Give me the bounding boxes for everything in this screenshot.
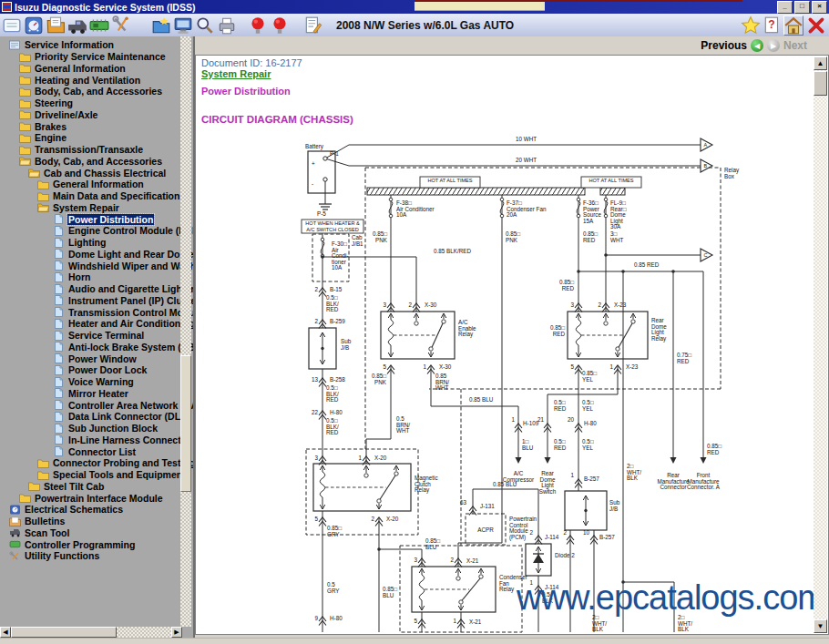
tree-item[interactable]: Main Data and Specifications: [0, 190, 193, 202]
previous-button[interactable]: ◀: [751, 39, 763, 52]
tree-item[interactable]: Utility Functions: [0, 550, 193, 562]
tree-item[interactable]: Engine: [0, 132, 193, 144]
maximize-button[interactable]: □: [794, 1, 810, 14]
svg-text:J-131: J-131: [480, 503, 495, 509]
tree-item[interactable]: General Information: [0, 63, 193, 75]
tree-item[interactable]: Anti-lock Brake System (ABS): [0, 342, 193, 353]
svg-text:0.5GRY: 0.5GRY: [327, 581, 340, 594]
tree-item[interactable]: Body, Cab, and Accessories: [0, 156, 193, 168]
tree-item[interactable]: Transmission Control Module (T: [0, 306, 193, 318]
print-icon[interactable]: [217, 15, 237, 36]
tree-item[interactable]: Heating and Ventilation: [0, 74, 193, 86]
svg-text:0.5□RED: 0.5□RED: [554, 438, 567, 451]
tree-item[interactable]: Mirror Heater: [0, 388, 193, 400]
tree-horizontal-scrollbar[interactable]: ◀ ▶: [0, 627, 182, 638]
page-icon: [53, 238, 65, 248]
tree-item[interactable]: Driveline/Axle: [0, 109, 193, 121]
tree-item[interactable]: Data Link Connector (DLC): [0, 411, 193, 423]
tree-item[interactable]: Transmission/Transaxle: [0, 144, 193, 156]
tree-item[interactable]: Audio and Cigarette Lighter: [0, 283, 193, 295]
tree-item[interactable]: Connector List: [0, 445, 193, 457]
tree-item[interactable]: Power Distribution: [0, 213, 193, 225]
tree-item[interactable]: Service Information: [0, 39, 193, 51]
scan-tool-icon[interactable]: [67, 15, 87, 36]
tree-item[interactable]: Service Terminal: [0, 330, 193, 342]
vscroll-up-arrow[interactable]: ▲: [814, 56, 827, 70]
page-icon: [53, 214, 65, 224]
svg-text:HOT AT ALL TIMES: HOT AT ALL TIMES: [588, 178, 633, 183]
tree-item[interactable]: Power Door Lock: [0, 364, 193, 376]
tree-item[interactable]: Horn: [0, 271, 193, 283]
tree-item[interactable]: Sub Junction Block: [0, 423, 193, 434]
bulletins-icon[interactable]: [46, 15, 66, 36]
schematics-icon[interactable]: [24, 15, 44, 36]
help-icon[interactable]: [762, 15, 783, 36]
programming-icon[interactable]: [89, 15, 109, 36]
tree-item-label: Data Link Connector (DLC): [67, 411, 191, 422]
svg-text:X-21: X-21: [466, 557, 479, 564]
workstation-icon[interactable]: [173, 15, 193, 36]
tree-item[interactable]: Cab and Chassis Electrical: [0, 167, 193, 179]
search-icon[interactable]: [195, 15, 215, 36]
minimize-button[interactable]: _: [777, 1, 793, 14]
favorites-icon[interactable]: [741, 15, 761, 36]
close-button[interactable]: ×: [812, 1, 827, 14]
tree-item[interactable]: Steel Tilt Cab: [0, 481, 193, 493]
home-icon[interactable]: [783, 15, 803, 36]
tree-item[interactable]: Lighting: [0, 237, 193, 249]
tree-item[interactable]: Controller Area Network (CAN): [0, 399, 193, 411]
next-label: Next: [783, 39, 807, 52]
tree-item[interactable]: Special Tools and Equipment: [0, 469, 193, 481]
tree-item[interactable]: Bulletins: [0, 516, 193, 527]
document-title: Power Distribution: [201, 86, 291, 97]
tree-item[interactable]: Engine Control Module (ECM): [0, 225, 193, 237]
vscroll-thumb[interactable]: [814, 71, 827, 96]
home-button[interactable]: [783, 15, 803, 36]
tree-item[interactable]: Steering: [0, 97, 193, 109]
tree-item[interactable]: Powertrain Interface Module: [0, 492, 193, 504]
tree-item-label: Instrument Panel (IP) Cluster an: [67, 295, 195, 306]
svg-text:0.75□RED: 0.75□RED: [677, 352, 691, 364]
tree-item[interactable]: Connector Probing and Testing: [0, 457, 193, 469]
lamp-icon[interactable]: [248, 15, 268, 36]
tree-item-label: Engine: [34, 132, 67, 143]
new-folder-icon[interactable]: [151, 15, 171, 36]
hscroll-left-arrow[interactable]: ◀: [0, 627, 11, 638]
hscroll-right-arrow[interactable]: ▶: [171, 627, 182, 638]
tree-item[interactable]: Heater and Air Conditioning: [0, 318, 193, 330]
memo-icon[interactable]: [2, 15, 22, 36]
tree-item-label: Windshield Wiper and Washer: [67, 261, 195, 271]
svg-text:-: -: [312, 180, 313, 187]
tree-vscroll-thumb[interactable]: [180, 355, 191, 492]
lamp-icon[interactable]: [270, 15, 290, 36]
tree-item[interactable]: Instrument Panel (IP) Cluster an: [0, 295, 193, 307]
system-repair-link[interactable]: System Repair: [201, 68, 271, 79]
tree-item-label: Brakes: [34, 121, 67, 132]
tree-item[interactable]: Priority Service Maintenance: [0, 51, 193, 63]
tree-item[interactable]: Dome Light and Rear Dome Lig: [0, 249, 193, 261]
utilities-icon[interactable]: [111, 15, 131, 36]
tree-item[interactable]: Brakes: [0, 120, 193, 132]
tree-vertical-scrollbar[interactable]: [180, 36, 191, 627]
tree-item[interactable]: Electrical Schematics: [0, 504, 193, 516]
svg-text:9: 9: [314, 615, 318, 621]
svg-text:B-259: B-259: [330, 318, 345, 324]
page-icon: [53, 331, 65, 341]
svg-text:FL-9□Rear□DomeLight30A: FL-9□Rear□DomeLight30A: [610, 199, 627, 230]
tree-item[interactable]: Body, Cab, and Accessories: [0, 86, 193, 97]
tree-item[interactable]: Controller Programming: [0, 538, 193, 550]
vscroll-down-arrow[interactable]: ▼: [814, 619, 827, 633]
svg-text:2: 2: [314, 318, 318, 324]
tree-item[interactable]: In-Line Harness Connector End (: [0, 434, 193, 446]
tree-item[interactable]: Scan Tool: [0, 527, 193, 539]
hscroll-thumb[interactable]: [11, 627, 117, 638]
exit-icon[interactable]: [806, 15, 826, 36]
tree-item[interactable]: Power Window: [0, 353, 193, 364]
next-button[interactable]: ▶: [767, 39, 780, 52]
edit-document-icon[interactable]: [303, 15, 323, 36]
tree-item[interactable]: Voice Warning: [0, 376, 193, 388]
tree-item[interactable]: System Repair: [0, 202, 193, 214]
content-vertical-scrollbar[interactable]: ▲ ▼: [814, 56, 827, 633]
tree-item[interactable]: Windshield Wiper and Washer: [0, 260, 193, 271]
tree-item[interactable]: General Information: [0, 179, 193, 190]
